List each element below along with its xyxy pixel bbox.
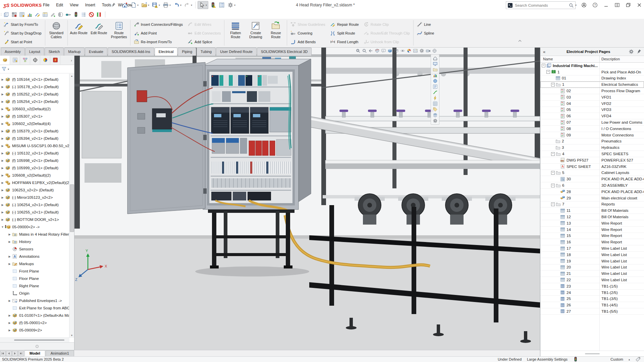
collapse-box-icon[interactable]: − xyxy=(542,64,545,67)
tree-item[interactable]: ▶105602_v2(Default)(4) xyxy=(0,120,69,127)
project-page-row[interactable]: 24TB1-(2/5) xyxy=(540,290,644,296)
print-button[interactable]: ▾ xyxy=(162,1,172,9)
project-page-row[interactable]: 11Bill Of Materials xyxy=(540,207,644,214)
tree-item[interactable]: ▶105608_v2(Default)(2) xyxy=(0,172,69,179)
globe-icon[interactable] xyxy=(433,78,438,83)
auto-route-button[interactable]: Auto Route xyxy=(69,20,89,35)
sheet-stack-icon[interactable] xyxy=(4,12,9,17)
column-name[interactable]: Name xyxy=(540,56,600,62)
tab-electrical[interactable]: Electrical xyxy=(155,48,178,56)
tree-item[interactable]: ▶(f) 105998_v2<1> (Default) xyxy=(0,157,69,164)
project-page-row[interactable]: 05VFD3 xyxy=(540,107,644,113)
gear-side-icon[interactable] xyxy=(433,118,438,123)
collapse-box-icon[interactable]: − xyxy=(551,202,555,206)
split-pane-icon[interactable] xyxy=(614,2,620,8)
insert-connectors-fittings-button[interactable]: Insert Connectors/Fittings xyxy=(131,20,185,29)
start-by-from-to-button[interactable]: Start by From/To xyxy=(1,20,44,29)
menu-edit[interactable]: Edit xyxy=(53,0,66,10)
tree-item[interactable]: ▶HOFFMAN E1PBX_v2(Default)(2) xyxy=(0,179,69,186)
user-account-icon[interactable] xyxy=(581,2,587,8)
expand-arrow-icon[interactable]: ▶ xyxy=(0,218,5,221)
grid-orange-icon[interactable] xyxy=(19,12,25,17)
tree-item[interactable]: ▶105603_v2(Default)(2) xyxy=(0,105,69,113)
start-by-drag-drop-button[interactable]: Start by Drag/Drop xyxy=(1,29,44,38)
project-page-row[interactable]: 09Motor Connections xyxy=(540,132,644,138)
tree-item[interactable]: ▶(-) Mirror105123_v2<2> xyxy=(0,194,69,201)
panel-expand-chevron-icon[interactable]: › xyxy=(60,56,74,65)
project-page-row[interactable]: 25TB1-(3/5) xyxy=(540,296,644,302)
expand-arrow-icon[interactable]: ▶ xyxy=(0,174,5,177)
display-style-icon[interactable] xyxy=(394,48,399,53)
tab-solidworks-electrical-3d[interactable]: SOLIDWORKS Electrical 3D xyxy=(257,48,312,56)
options-list-button[interactable] xyxy=(218,1,226,9)
rotate-clip-button[interactable]: Rotate Clip xyxy=(361,20,412,29)
new-document-button[interactable]: ▾ xyxy=(129,1,140,9)
route-properties-button[interactable]: Route Properties xyxy=(109,20,129,39)
expand-arrow-icon[interactable]: ▶ xyxy=(7,321,12,324)
tree-item[interactable]: ▶(f) 105999_v2<1> (Default) xyxy=(0,164,69,172)
project-page-row[interactable]: −7Reports xyxy=(540,201,644,208)
add-bends-button[interactable]: Add Bends xyxy=(288,38,328,46)
tab-tubing[interactable]: Tubing xyxy=(197,48,216,56)
edit-route-button[interactable]: Edit Route xyxy=(89,20,109,35)
project-page-row[interactable]: −63D ASSEMBLY xyxy=(540,182,644,189)
tree-item[interactable]: ▶Mates in 4 Head Rotary Filler_v2 xyxy=(0,231,69,238)
expand-arrow-icon[interactable]: ▶ xyxy=(0,159,5,162)
scroll-down-icon[interactable]: ▼ xyxy=(69,333,74,338)
expand-arrow-icon[interactable]: ▶ xyxy=(0,115,5,118)
tree-item[interactable]: ▶(f) 105394_v2<1> (Default) xyxy=(0,135,69,142)
home-button[interactable] xyxy=(121,1,129,9)
wire-pencil-icon[interactable] xyxy=(35,12,40,17)
status-assembly-mode[interactable]: Large Assembly Settings xyxy=(527,357,568,361)
panel-bottom-scrollbar[interactable] xyxy=(540,351,644,356)
expand-arrow-icon[interactable]: ▶ xyxy=(0,85,5,88)
edit-wires-button[interactable]: Edit Wires xyxy=(185,20,223,29)
tab-user-defined-route[interactable]: User Defined Route xyxy=(216,48,257,56)
tab-solidworks-add-ins[interactable]: SOLIDWORKS Add-Ins xyxy=(108,48,154,56)
toolbar-grip[interactable]: ⁞ xyxy=(1,13,1,16)
tree-vertical-scrollbar[interactable]: ▲ ▼ xyxy=(69,74,74,338)
tree-item[interactable]: ▶01-01007<1> (Default<As Machi xyxy=(0,312,69,319)
collapse-box-icon[interactable]: − xyxy=(551,83,555,86)
camera-icon[interactable] xyxy=(426,48,431,53)
manager-tab-electrical-manager[interactable] xyxy=(50,56,60,64)
redo-button[interactable]: ▾ xyxy=(183,1,193,9)
apply-scene-icon[interactable] xyxy=(413,48,418,53)
covering-button[interactable]: *Covering xyxy=(288,29,328,38)
project-page-row[interactable]: 07Low Power and Comms xyxy=(540,119,644,126)
collapse-arrows-icon[interactable]: « xyxy=(540,49,548,54)
save-button[interactable]: ▾ xyxy=(151,1,161,9)
tree-item[interactable]: ▶(-) 105178_v2<1> (Default) xyxy=(0,83,69,90)
tree-item[interactable]: ▶(-) 106254_v2<1> (Default) xyxy=(0,201,69,208)
minimize-icon[interactable] xyxy=(603,2,609,8)
expand-arrow-icon[interactable]: ▶ xyxy=(0,130,5,133)
zoom-area-icon[interactable] xyxy=(362,48,367,53)
edit-appearance-icon[interactable] xyxy=(407,48,412,53)
tree-item[interactable]: Sensors xyxy=(0,245,69,253)
project-page-row[interactable]: −1Pick and Place Add-On xyxy=(540,69,644,75)
expand-arrow-icon[interactable]: ▶ xyxy=(7,233,12,236)
column-description[interactable]: Description xyxy=(600,56,644,62)
project-page-row[interactable]: 06VFD4 xyxy=(540,113,644,119)
tree-item[interactable]: ▶MISUMI U-SSCSP1.00-B0.50_v2(U-SSC xyxy=(0,142,69,149)
nav-last-button[interactable] xyxy=(18,351,24,356)
scroll-up-icon[interactable]: ▲ xyxy=(69,74,74,78)
search-input[interactable] xyxy=(514,3,567,8)
project-page-row[interactable]: ASPEC SHEETAZ16-03ZVRK xyxy=(540,164,644,170)
folder-side-icon[interactable] xyxy=(433,67,438,72)
project-page-row[interactable]: −Industrial Filling Machi... xyxy=(540,63,644,69)
nav-first-button[interactable] xyxy=(0,351,6,356)
tree-item[interactable]: ▶AAnnotations xyxy=(0,253,69,260)
project-page-row[interactable]: 2Pneumatics xyxy=(540,138,644,145)
grid-icon[interactable] xyxy=(433,101,438,106)
tree-item[interactable]: ▶(f) 105254_v2<1> (Default) xyxy=(0,98,69,105)
expand-arrow-icon[interactable]: ▶ xyxy=(0,108,5,111)
bolt-icon[interactable] xyxy=(433,96,438,101)
manager-tab-feature-manager[interactable] xyxy=(0,56,10,65)
pencil-green-icon[interactable] xyxy=(50,12,56,17)
flag-icon[interactable] xyxy=(96,12,102,17)
manager-tab-display-manager[interactable] xyxy=(40,56,50,64)
status-units[interactable]: Custom xyxy=(610,357,623,361)
expand-arrow-icon[interactable]: ▶ xyxy=(0,152,5,155)
project-page-row[interactable]: 01Drawing Index xyxy=(540,75,644,82)
